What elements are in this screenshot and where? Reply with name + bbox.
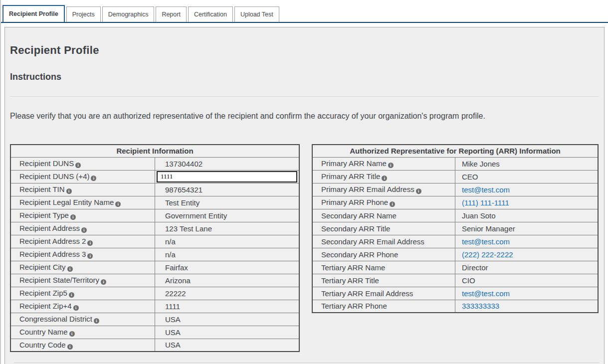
row-value: Director: [455, 261, 599, 274]
row-label: Secondary ARR Email Address: [312, 235, 455, 248]
info-icon[interactable]: i: [390, 201, 395, 207]
table-row: Country NameiUSA: [10, 326, 299, 339]
tab-label: Projects: [72, 11, 95, 18]
info-icon[interactable]: i: [87, 240, 93, 246]
table-row: Country CodeiUSA: [10, 339, 299, 352]
table-row: Recipient DUNS (+4)i: [10, 170, 299, 183]
row-value: test@test.com: [455, 183, 599, 196]
info-icon[interactable]: i: [67, 266, 73, 272]
info-icon[interactable]: i: [69, 292, 74, 298]
row-label: Recipient DUNSi: [10, 157, 155, 170]
row-value: (222) 222-2222: [455, 248, 599, 261]
table-row: Tertiary ARR Email Addresstest@test.com: [312, 287, 598, 300]
row-label-text: Tertiary ARR Phone: [321, 302, 387, 310]
info-icon[interactable]: i: [81, 227, 87, 233]
tab-projects[interactable]: Projects: [66, 6, 101, 22]
row-value-text: 123 Test Lane: [165, 224, 212, 233]
row-label-text: Tertiary ARR Name: [321, 263, 385, 272]
content-panel: Recipient Profile Instructions Please ve…: [4, 27, 605, 364]
info-icon[interactable]: i: [66, 188, 72, 194]
info-icon[interactable]: i: [67, 344, 73, 350]
row-label: Secondary ARR Name: [312, 209, 455, 222]
table-row: Recipient TypeiGovernment Entity: [10, 209, 299, 222]
info-icon[interactable]: i: [382, 176, 387, 181]
row-label-text: Recipient DUNS: [19, 159, 74, 168]
row-label-text: Primary ARR Title: [321, 172, 380, 181]
table-row: Tertiary ARR TitleCIO: [312, 274, 598, 287]
info-icon[interactable]: i: [75, 163, 81, 168]
row-value-text: CIO: [462, 276, 475, 285]
table-row: Secondary ARR NameJuan Soto: [312, 209, 598, 222]
table-row: Secondary ARR Phone(222) 222-2222: [312, 248, 598, 261]
phone-link[interactable]: (111) 111-1111: [462, 198, 509, 207]
row-value-text: Mike Jones: [462, 160, 500, 168]
row-value: Government Entity: [155, 209, 300, 222]
tab-label: Recipient Profile: [9, 10, 58, 17]
info-icon[interactable]: i: [91, 176, 96, 181]
row-label-text: Recipient Address 2: [19, 237, 86, 245]
tab-certification[interactable]: Certification: [188, 6, 233, 22]
row-value-text: Arizona: [165, 276, 191, 285]
row-value: CEO: [455, 170, 599, 183]
info-icon[interactable]: i: [115, 201, 121, 207]
row-label-text: Tertiary ARR Title: [321, 276, 379, 285]
info-icon[interactable]: i: [388, 163, 394, 168]
row-value-text: Director: [462, 263, 488, 272]
row-value: n/a: [155, 235, 300, 248]
table-row: Recipient Zip5i22222: [10, 287, 299, 300]
row-value: 137304402: [155, 157, 300, 170]
phone-link[interactable]: (222) 222-2222: [462, 250, 513, 259]
row-value: test@test.com: [455, 235, 599, 248]
info-icon[interactable]: i: [87, 253, 93, 259]
table-row: Recipient Legal Entity NameiTest Entity: [10, 196, 299, 209]
arr-information-table: Authorized Representative for Reporting …: [312, 144, 599, 313]
row-label: Recipient Address 2i: [10, 235, 155, 248]
row-label: Secondary ARR Title: [312, 222, 455, 235]
arr-table-title: Authorized Representative for Reporting …: [312, 145, 598, 157]
row-value-text: 1111: [165, 302, 180, 311]
tables-row: Recipient Information Recipient DUNSi137…: [10, 144, 599, 352]
row-label: Tertiary ARR Email Address: [312, 287, 455, 300]
row-label-text: Congressional District: [19, 315, 92, 323]
table-row: Congressional DistrictiUSA: [10, 313, 299, 326]
row-label: Recipient DUNS (+4)i: [10, 170, 155, 183]
bottom-divider: [14, 363, 599, 363]
row-label-text: Secondary ARR Name: [321, 211, 397, 220]
info-icon[interactable]: i: [73, 305, 79, 311]
table-row: Primary ARR NameiMike Jones: [312, 157, 598, 170]
row-label: Tertiary ARR Name: [312, 261, 455, 274]
row-value: 333333333: [455, 300, 599, 313]
recipient-table-body: Recipient DUNSi137304402Recipient DUNS (…: [10, 157, 299, 352]
row-label: Tertiary ARR Phone: [312, 300, 455, 313]
row-value-text: Senior Manager: [462, 224, 515, 233]
page-title: Recipient Profile: [10, 44, 599, 57]
table-row: Recipient Addressi123 Test Lane: [10, 222, 299, 235]
tab-label: Certification: [194, 11, 227, 18]
row-label-text: Tertiary ARR Email Address: [321, 289, 413, 298]
info-icon[interactable]: i: [101, 279, 106, 285]
row-value: Fairfax: [155, 261, 300, 274]
info-icon[interactable]: i: [70, 214, 76, 220]
email-link[interactable]: test@test.com: [462, 237, 510, 246]
info-icon[interactable]: i: [69, 331, 75, 337]
row-label-text: Recipient Zip5: [19, 289, 67, 297]
tab-recipient-profile[interactable]: Recipient Profile: [2, 5, 65, 22]
info-icon[interactable]: i: [94, 318, 99, 324]
row-value-text: n/a: [165, 237, 176, 246]
row-value-text: Government Entity: [165, 211, 227, 220]
tab-label: Upload Test: [240, 11, 273, 18]
tab-report[interactable]: Report: [156, 6, 187, 22]
row-label-text: Country Code: [19, 341, 66, 349]
row-label-text: Primary ARR Email Address: [321, 185, 414, 193]
row-value-text: 987654321: [165, 185, 203, 194]
row-label: Primary ARR Phonei: [312, 196, 455, 209]
info-icon[interactable]: i: [416, 188, 421, 194]
row-value: Mike Jones: [455, 157, 599, 170]
phone-link[interactable]: 333333333: [462, 302, 499, 310]
email-link[interactable]: test@test.com: [462, 185, 510, 194]
tab-upload-test[interactable]: Upload Test: [234, 6, 279, 22]
email-link[interactable]: test@test.com: [462, 289, 510, 298]
recipient-duns-plus4-input[interactable]: [157, 171, 297, 182]
row-value-text: CEO: [462, 173, 478, 181]
tab-demographics[interactable]: Demographics: [102, 6, 155, 22]
